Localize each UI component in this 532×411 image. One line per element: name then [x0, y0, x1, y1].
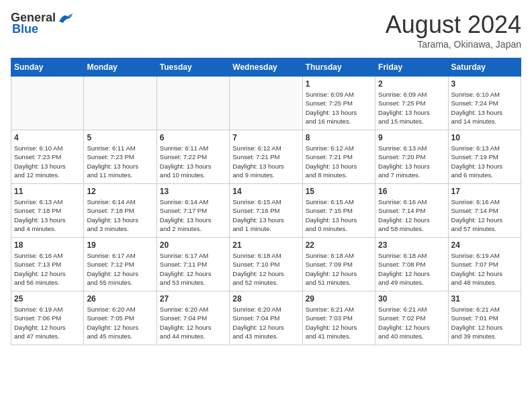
- calendar-day-cell: [11, 77, 84, 130]
- calendar-day-cell: [230, 77, 302, 130]
- calendar-header-row: SundayMondayTuesdayWednesdayThursdayFrid…: [11, 58, 521, 77]
- calendar-day-cell: [84, 77, 157, 130]
- weekday-header-saturday: Saturday: [448, 58, 521, 77]
- calendar-day-cell: 13Sunrise: 6:14 AMSunset: 7:17 PMDayligh…: [157, 184, 229, 238]
- calendar-day-cell: 9Sunrise: 6:13 AMSunset: 7:20 PMDaylight…: [375, 130, 448, 184]
- calendar-week-row: 25Sunrise: 6:19 AMSunset: 7:06 PMDayligh…: [11, 291, 521, 345]
- day-number: 27: [160, 294, 226, 304]
- calendar-day-cell: 2Sunrise: 6:09 AMSunset: 7:25 PMDaylight…: [375, 77, 448, 130]
- day-info: Sunrise: 6:18 AMSunset: 7:08 PMDaylight:…: [378, 251, 445, 287]
- day-number: 13: [160, 187, 226, 196]
- day-number: 29: [306, 294, 372, 304]
- day-number: 25: [14, 294, 81, 304]
- calendar-day-cell: 22Sunrise: 6:18 AMSunset: 7:09 PMDayligh…: [302, 238, 375, 291]
- calendar-day-cell: 17Sunrise: 6:16 AMSunset: 7:14 PMDayligh…: [448, 184, 521, 238]
- calendar-day-cell: 30Sunrise: 6:21 AMSunset: 7:02 PMDayligh…: [375, 291, 448, 345]
- day-number: 31: [451, 294, 518, 304]
- day-info: Sunrise: 6:13 AMSunset: 7:19 PMDaylight:…: [451, 144, 518, 179]
- day-info: Sunrise: 6:16 AMSunset: 7:14 PMDaylight:…: [451, 197, 518, 233]
- calendar-day-cell: 20Sunrise: 6:17 AMSunset: 7:11 PMDayligh…: [157, 238, 229, 291]
- calendar-day-cell: 11Sunrise: 6:13 AMSunset: 7:18 PMDayligh…: [11, 184, 84, 238]
- calendar-day-cell: 23Sunrise: 6:18 AMSunset: 7:08 PMDayligh…: [375, 238, 448, 291]
- day-number: 26: [87, 294, 153, 304]
- calendar-table: SundayMondayTuesdayWednesdayThursdayFrid…: [11, 58, 521, 345]
- calendar-day-cell: 3Sunrise: 6:10 AMSunset: 7:24 PMDaylight…: [448, 77, 521, 130]
- day-number: 7: [232, 133, 299, 142]
- day-number: 18: [14, 240, 81, 250]
- title-block: August 2024 Tarama, Okinawa, Japan: [386, 11, 521, 50]
- day-info: Sunrise: 6:13 AMSunset: 7:18 PMDaylight:…: [14, 197, 81, 233]
- day-number: 21: [232, 240, 299, 250]
- day-info: Sunrise: 6:14 AMSunset: 7:18 PMDaylight:…: [87, 197, 153, 233]
- day-info: Sunrise: 6:11 AMSunset: 7:23 PMDaylight:…: [87, 144, 153, 179]
- day-info: Sunrise: 6:11 AMSunset: 7:22 PMDaylight:…: [160, 144, 226, 179]
- day-info: Sunrise: 6:17 AMSunset: 7:11 PMDaylight:…: [160, 251, 226, 287]
- day-number: 11: [14, 187, 81, 196]
- day-info: Sunrise: 6:10 AMSunset: 7:24 PMDaylight:…: [451, 90, 518, 126]
- logo-bird-icon: [58, 12, 75, 24]
- day-info: Sunrise: 6:20 AMSunset: 7:04 PMDaylight:…: [160, 305, 226, 340]
- calendar-day-cell: 10Sunrise: 6:13 AMSunset: 7:19 PMDayligh…: [448, 130, 521, 184]
- day-number: 4: [14, 133, 81, 142]
- calendar-week-row: 18Sunrise: 6:16 AMSunset: 7:13 PMDayligh…: [11, 238, 521, 291]
- weekday-header-thursday: Thursday: [302, 58, 375, 77]
- calendar-day-cell: 1Sunrise: 6:09 AMSunset: 7:25 PMDaylight…: [302, 77, 375, 130]
- logo-blue-text: Blue: [12, 22, 38, 36]
- day-number: 1: [306, 79, 372, 89]
- day-info: Sunrise: 6:13 AMSunset: 7:20 PMDaylight:…: [378, 144, 445, 179]
- day-info: Sunrise: 6:21 AMSunset: 7:01 PMDaylight:…: [451, 305, 518, 340]
- calendar-day-cell: 7Sunrise: 6:12 AMSunset: 7:21 PMDaylight…: [230, 130, 302, 184]
- calendar-day-cell: 6Sunrise: 6:11 AMSunset: 7:22 PMDaylight…: [157, 130, 229, 184]
- day-info: Sunrise: 6:20 AMSunset: 7:04 PMDaylight:…: [232, 305, 299, 340]
- day-number: 6: [160, 133, 226, 142]
- day-info: Sunrise: 6:16 AMSunset: 7:14 PMDaylight:…: [378, 197, 445, 233]
- day-number: 9: [378, 133, 445, 142]
- calendar-day-cell: 26Sunrise: 6:20 AMSunset: 7:05 PMDayligh…: [84, 291, 157, 345]
- day-info: Sunrise: 6:12 AMSunset: 7:21 PMDaylight:…: [306, 144, 372, 179]
- calendar-week-row: 11Sunrise: 6:13 AMSunset: 7:18 PMDayligh…: [11, 184, 521, 238]
- day-info: Sunrise: 6:15 AMSunset: 7:16 PMDaylight:…: [232, 197, 299, 233]
- day-number: 15: [306, 187, 372, 196]
- day-info: Sunrise: 6:18 AMSunset: 7:09 PMDaylight:…: [306, 251, 372, 287]
- day-number: 2: [378, 79, 445, 89]
- calendar-day-cell: 16Sunrise: 6:16 AMSunset: 7:14 PMDayligh…: [375, 184, 448, 238]
- calendar-week-row: 1Sunrise: 6:09 AMSunset: 7:25 PMDaylight…: [11, 77, 521, 130]
- day-info: Sunrise: 6:18 AMSunset: 7:10 PMDaylight:…: [232, 251, 299, 287]
- day-number: 5: [87, 133, 153, 142]
- day-info: Sunrise: 6:09 AMSunset: 7:25 PMDaylight:…: [306, 90, 372, 126]
- calendar-day-cell: 8Sunrise: 6:12 AMSunset: 7:21 PMDaylight…: [302, 130, 375, 184]
- weekday-header-wednesday: Wednesday: [230, 58, 302, 77]
- day-number: 12: [87, 187, 153, 196]
- day-info: Sunrise: 6:20 AMSunset: 7:05 PMDaylight:…: [87, 305, 153, 340]
- calendar-day-cell: 21Sunrise: 6:18 AMSunset: 7:10 PMDayligh…: [230, 238, 302, 291]
- calendar-day-cell: 24Sunrise: 6:19 AMSunset: 7:07 PMDayligh…: [448, 238, 521, 291]
- day-info: Sunrise: 6:15 AMSunset: 7:15 PMDaylight:…: [306, 197, 372, 233]
- calendar-day-cell: 25Sunrise: 6:19 AMSunset: 7:06 PMDayligh…: [11, 291, 84, 345]
- logo: General Blue: [11, 11, 75, 36]
- calendar-day-cell: 5Sunrise: 6:11 AMSunset: 7:23 PMDaylight…: [84, 130, 157, 184]
- calendar-day-cell: 28Sunrise: 6:20 AMSunset: 7:04 PMDayligh…: [230, 291, 302, 345]
- weekday-header-tuesday: Tuesday: [157, 58, 229, 77]
- calendar-day-cell: 4Sunrise: 6:10 AMSunset: 7:23 PMDaylight…: [11, 130, 84, 184]
- day-info: Sunrise: 6:17 AMSunset: 7:12 PMDaylight:…: [87, 251, 153, 287]
- day-number: 3: [451, 79, 518, 89]
- calendar-day-cell: 12Sunrise: 6:14 AMSunset: 7:18 PMDayligh…: [84, 184, 157, 238]
- calendar-day-cell: 29Sunrise: 6:21 AMSunset: 7:03 PMDayligh…: [302, 291, 375, 345]
- day-number: 10: [451, 133, 518, 142]
- location-subtitle: Tarama, Okinawa, Japan: [386, 39, 521, 50]
- day-number: 28: [232, 294, 299, 304]
- calendar-day-cell: 18Sunrise: 6:16 AMSunset: 7:13 PMDayligh…: [11, 238, 84, 291]
- day-info: Sunrise: 6:10 AMSunset: 7:23 PMDaylight:…: [14, 144, 81, 179]
- day-number: 8: [306, 133, 372, 142]
- day-number: 14: [232, 187, 299, 196]
- day-info: Sunrise: 6:19 AMSunset: 7:06 PMDaylight:…: [14, 305, 81, 340]
- day-info: Sunrise: 6:16 AMSunset: 7:13 PMDaylight:…: [14, 251, 81, 287]
- calendar-day-cell: 15Sunrise: 6:15 AMSunset: 7:15 PMDayligh…: [302, 184, 375, 238]
- day-number: 22: [306, 240, 372, 250]
- month-title: August 2024: [386, 11, 521, 39]
- day-number: 19: [87, 240, 153, 250]
- calendar-day-cell: 14Sunrise: 6:15 AMSunset: 7:16 PMDayligh…: [230, 184, 302, 238]
- day-number: 20: [160, 240, 226, 250]
- day-info: Sunrise: 6:12 AMSunset: 7:21 PMDaylight:…: [232, 144, 299, 179]
- calendar-day-cell: 19Sunrise: 6:17 AMSunset: 7:12 PMDayligh…: [84, 238, 157, 291]
